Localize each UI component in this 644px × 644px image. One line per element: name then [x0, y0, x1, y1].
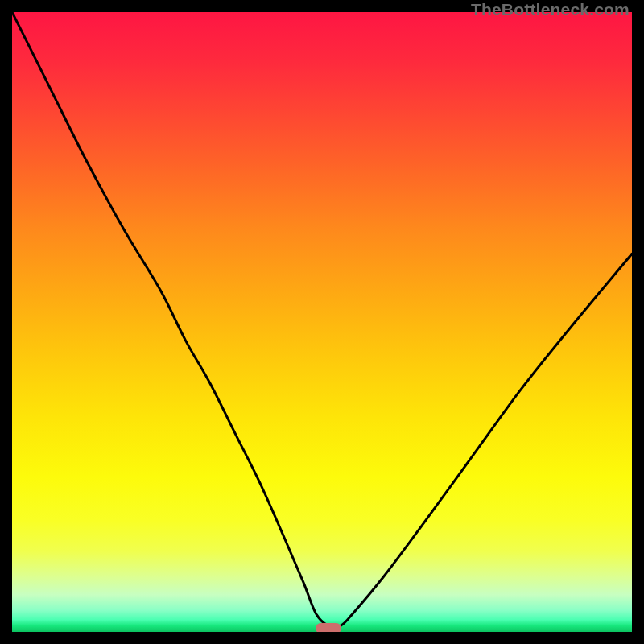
optimal-point-marker — [316, 623, 341, 632]
plot-area — [12, 12, 632, 632]
bottleneck-curve — [12, 12, 632, 632]
watermark-text: TheBottleneck.com — [471, 0, 630, 19]
